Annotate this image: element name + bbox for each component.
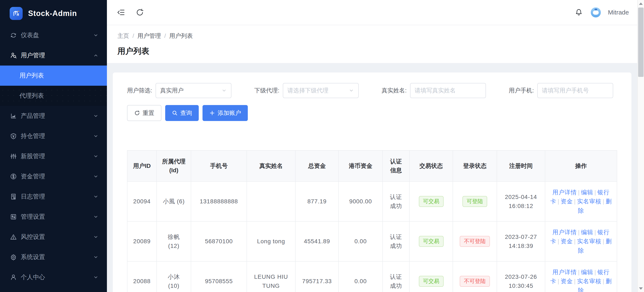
cell-total-funds: 45541.89 xyxy=(296,221,338,261)
refresh-button[interactable] xyxy=(135,8,145,17)
cell-actions: 用户详情|编辑|银行卡|资金|实名审核|删除 xyxy=(545,182,617,221)
position-shield-icon xyxy=(10,132,17,140)
log-document-icon xyxy=(10,193,17,200)
sidebar-item-funds-management[interactable]: 资金管理 xyxy=(0,166,107,187)
sidebar-item-label: 日志管理 xyxy=(21,192,93,201)
sidebar: Stock-Admin 仪表盘 用户管理 xyxy=(0,0,107,292)
chevron-down-icon xyxy=(93,214,98,220)
sidebar-item-label: 代理列表 xyxy=(20,92,44,100)
cell-hkd-funds: 0.00 xyxy=(338,221,382,261)
cell-login-status: 可登陆 xyxy=(453,182,497,221)
chevron-down-icon xyxy=(222,88,227,93)
user-table-wrap: 用户ID 所属代理 (Id) 手机号 真实姓名 总资金 港币资金 认证信息 交易… xyxy=(127,150,617,292)
sidebar-item-label: 仪表盘 xyxy=(21,31,93,40)
page-scrollbar[interactable] xyxy=(637,0,644,292)
funds-dollar-icon xyxy=(10,173,17,180)
user-phone-input[interactable] xyxy=(537,83,613,98)
user-detail-link[interactable]: 用户详情 xyxy=(552,229,577,235)
user-filter-select[interactable]: 真实用户 xyxy=(156,83,232,98)
cell-login-status: 不可登陆 xyxy=(453,261,497,292)
page-header: 主页 / 用户管理 / 用户列表 用户列表 xyxy=(107,25,637,63)
edit-link[interactable]: 编辑 xyxy=(581,229,593,235)
cell-real-name: Long tong xyxy=(247,221,296,261)
topbar-username[interactable]: Mitrade xyxy=(608,9,629,16)
sidebar-item-personal-center[interactable]: 个人中心 xyxy=(0,267,107,287)
action-buttons: 重置 查询 添加账户 xyxy=(127,105,617,121)
sidebar-item-risk-settings[interactable]: 风控设置 xyxy=(0,227,107,247)
breadcrumb-user-management[interactable]: 用户管理 xyxy=(138,32,161,40)
sidebar-item-product-management[interactable]: 产品管理 xyxy=(0,106,107,126)
collapse-sidebar-button[interactable] xyxy=(116,8,126,17)
edit-link[interactable]: 编辑 xyxy=(581,189,593,196)
add-account-button[interactable]: 添加账户 xyxy=(202,105,248,121)
sidebar-item-admin-settings[interactable]: 管理设置 xyxy=(0,207,107,227)
col-phone: 手机号 xyxy=(191,151,247,182)
user-detail-link[interactable]: 用户详情 xyxy=(552,189,577,196)
sidebar-item-ipo-management[interactable]: 新股管理 xyxy=(0,146,107,166)
cell-auth-info: 认证成功 xyxy=(382,261,410,292)
kyc-audit-link[interactable]: 实名审核 xyxy=(577,278,602,284)
chevron-down-icon xyxy=(93,33,98,38)
scrollbar-up-arrow[interactable] xyxy=(638,0,644,7)
cell-register-time: 2023-07-27 14:18:39 xyxy=(497,221,545,261)
sidebar-item-user-management[interactable]: 用户管理 xyxy=(0,45,107,66)
sidebar-item-label: 持仓管理 xyxy=(21,132,93,140)
cell-real-name xyxy=(247,182,296,221)
sidebar-item-log-management[interactable]: 日志管理 xyxy=(0,187,107,207)
user-avatar[interactable] xyxy=(591,7,601,18)
cell-user-id: 20088 xyxy=(127,261,156,292)
cell-agent: 小沐 (10) xyxy=(156,261,191,292)
chevron-down-icon xyxy=(348,88,354,93)
kyc-audit-link[interactable]: 实名审核 xyxy=(577,198,602,205)
sidebar-item-system-settings[interactable]: 系统设置 xyxy=(0,247,107,267)
cell-login-status: 不可登陆 xyxy=(453,221,497,261)
user-management-icon xyxy=(10,52,17,59)
sidebar-item-position-management[interactable]: 持仓管理 xyxy=(0,126,107,146)
kyc-audit-link[interactable]: 实名审核 xyxy=(577,238,602,244)
ipo-sliders-icon xyxy=(10,153,17,160)
sidebar-item-dashboard[interactable]: 仪表盘 xyxy=(0,25,107,45)
cell-phone: 13188888888 xyxy=(191,182,247,221)
search-button[interactable]: 查询 xyxy=(165,105,199,121)
sidebar-item-user-list[interactable]: 用户列表 xyxy=(0,66,107,86)
col-agent: 所属代理 (Id) xyxy=(156,151,191,182)
scrollbar-thumb[interactable] xyxy=(638,8,644,77)
breadcrumb-separator: / xyxy=(132,33,134,39)
cell-total-funds: 795717.33 xyxy=(296,261,338,292)
trade-status-badge: 可交易 xyxy=(419,276,444,286)
reset-button[interactable]: 重置 xyxy=(127,105,162,121)
col-real-name: 真实姓名 xyxy=(247,151,296,182)
cell-phone: 95708555 xyxy=(191,261,247,292)
app-logo-icon xyxy=(10,7,23,20)
cell-auth-info: 认证成功 xyxy=(382,182,410,221)
breadcrumb-home[interactable]: 主页 xyxy=(118,32,129,40)
funds-link[interactable]: 资金 xyxy=(560,278,573,284)
filter-sub-agent: 下级代理: 请选择下级代理 xyxy=(254,83,382,98)
sub-agent-select[interactable]: 请选择下级代理 xyxy=(283,83,359,98)
funds-link[interactable]: 资金 xyxy=(560,198,573,205)
chevron-down-icon xyxy=(93,133,98,139)
col-login-status: 登录状态 xyxy=(453,151,497,182)
edit-link[interactable]: 编辑 xyxy=(581,269,593,275)
app-logo[interactable]: Stock-Admin xyxy=(0,0,107,21)
filter-user-phone: 用户手机: xyxy=(509,83,636,98)
dashboard-icon xyxy=(10,32,17,39)
cell-register-time: 2023-07-26 10:30:45 xyxy=(497,261,545,292)
breadcrumb-user-list[interactable]: 用户列表 xyxy=(170,32,193,40)
sidebar-item-agent-list[interactable]: 代理列表 xyxy=(0,86,107,106)
user-detail-link[interactable]: 用户详情 xyxy=(552,269,577,275)
plus-icon xyxy=(209,110,215,116)
col-total-funds: 总资金 xyxy=(296,151,338,182)
sidebar-item-label: 产品管理 xyxy=(21,112,93,120)
cell-hkd-funds: 9000.00 xyxy=(338,182,382,221)
real-name-input[interactable] xyxy=(410,83,486,98)
scrollbar-down-arrow[interactable] xyxy=(638,285,644,292)
notification-bell-button[interactable] xyxy=(574,8,584,17)
col-hkd-funds: 港币资金 xyxy=(338,151,382,182)
table-header-row: 用户ID 所属代理 (Id) 手机号 真实姓名 总资金 港币资金 认证信息 交易… xyxy=(127,151,617,182)
funds-link[interactable]: 资金 xyxy=(560,238,573,244)
cell-total-funds: 877.19 xyxy=(296,182,338,221)
search-icon xyxy=(172,110,178,116)
cell-user-id: 20089 xyxy=(127,221,156,261)
risk-warning-icon xyxy=(10,233,17,240)
